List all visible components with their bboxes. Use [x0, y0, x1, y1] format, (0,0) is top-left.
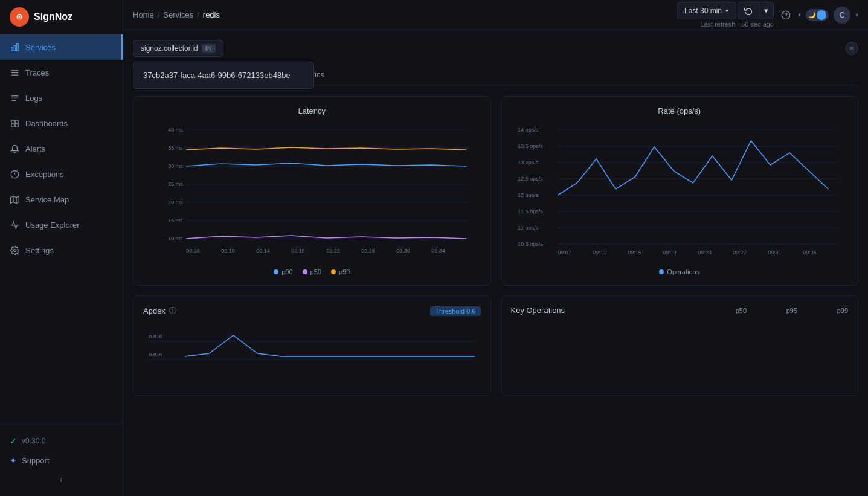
svg-point-21: [13, 249, 16, 251]
legend-p50: p50: [303, 268, 321, 275]
theme-toggle[interactable]: 🌙: [806, 9, 829, 21]
svg-text:12 ops/s: 12 ops/s: [518, 192, 539, 198]
svg-text:25 ms: 25 ms: [168, 181, 183, 187]
dashboards-icon: [10, 118, 19, 128]
sidebar-item-logs-label: Logs: [25, 94, 42, 103]
apdex-card-header: Apdex ⓘ Threshold 0.6: [143, 306, 481, 316]
latency-chart-svg: 40 ms 35 ms 30 ms 25 ms 20 ms 15 ms 10 m…: [143, 123, 481, 262]
breadcrumb: Home / Services / redis: [133, 10, 220, 19]
last-refresh-label: Last refresh - 50 sec ago: [700, 21, 774, 28]
svg-text:11 ops/s: 11 ops/s: [518, 225, 539, 231]
svg-text:09:18: 09:18: [291, 248, 305, 254]
key-ops-header: Key Operations p50 p95 p99: [511, 306, 849, 315]
collapse-icon: ‹: [60, 475, 62, 484]
apdex-threshold: Threshold 0.6: [430, 306, 480, 316]
sidebar-item-services[interactable]: Services: [0, 34, 123, 60]
version-icon: ✓: [10, 436, 17, 446]
bottom-charts-grid: Apdex ⓘ Threshold 0.6 0.816 0.815 Key Op…: [133, 295, 858, 396]
chevron-down-icon: ▾: [725, 7, 728, 14]
svg-text:09:22: 09:22: [326, 248, 340, 254]
refresh-dropdown-button[interactable]: ▾: [759, 2, 774, 19]
svg-text:09:30: 09:30: [396, 248, 410, 254]
breadcrumb-sep1: /: [158, 10, 160, 19]
time-selector[interactable]: Last 30 min ▾: [677, 2, 736, 19]
svg-text:10.5 ops/s: 10.5 ops/s: [518, 241, 543, 247]
user-avatar[interactable]: C: [834, 7, 850, 24]
sidebar-item-usage-label: Usage Explorer: [25, 221, 80, 230]
key-ops-col-p50: p50: [710, 307, 747, 314]
svg-rect-12: [15, 120, 18, 123]
main-content: Home / Services / redis Last 30 min ▾ ▾ …: [123, 0, 868, 496]
sidebar-item-exceptions[interactable]: Exceptions: [0, 161, 123, 187]
sidebar-item-settings-label: Settings: [25, 246, 54, 255]
suggestion-value[interactable]: 37cb2a37-faca-4aa6-99b6-672133eb48be: [138, 67, 309, 83]
sidebar-item-services-label: Services: [25, 43, 56, 52]
sidebar-item-service-map[interactable]: Service Map: [0, 187, 123, 212]
chevron-down-icon-help: ▾: [798, 11, 801, 18]
version-item: ✓ v0.30.0: [0, 431, 123, 451]
latency-chart-legend: p90 p50 p99: [143, 268, 481, 275]
theme-dot: [817, 10, 826, 20]
sidebar-item-logs[interactable]: Logs: [0, 85, 123, 111]
breadcrumb-services[interactable]: Services: [163, 10, 193, 19]
svg-text:35 ms: 35 ms: [168, 145, 183, 151]
svg-text:30 ms: 30 ms: [168, 163, 183, 169]
bell-icon: [10, 144, 19, 153]
svg-text:09:11: 09:11: [593, 250, 606, 256]
svg-marker-18: [10, 196, 19, 204]
refresh-button[interactable]: [738, 2, 759, 19]
svg-text:09:23: 09:23: [698, 250, 712, 256]
filter-key: signoz.collector.id: [141, 44, 198, 53]
svg-text:15 ms: 15 ms: [168, 217, 183, 224]
svg-text:11.5 ops/s: 11.5 ops/s: [518, 208, 543, 214]
sidebar-item-settings[interactable]: Settings: [0, 237, 123, 263]
svg-text:09:35: 09:35: [803, 250, 817, 256]
svg-text:09:26: 09:26: [361, 248, 375, 254]
rate-chart-svg: 14 ops/s 13.5 ops/s 13 ops/s 12.5 ops/s …: [511, 123, 849, 262]
legend-operations: Operations: [659, 268, 699, 275]
svg-point-1: [19, 16, 21, 18]
svg-rect-2: [11, 47, 13, 51]
svg-text:13.5 ops/s: 13.5 ops/s: [518, 143, 543, 149]
sidebar-item-service-map-label: Service Map: [25, 195, 69, 204]
moon-icon: 🌙: [808, 11, 815, 18]
apdex-info-icon[interactable]: ⓘ: [169, 306, 176, 316]
sidebar: SignNoz Services Traces Logs Dashboards …: [0, 0, 123, 496]
filter-operator: IN: [202, 44, 216, 53]
svg-text:13 ops/s: 13 ops/s: [518, 159, 539, 166]
svg-text:0.816: 0.816: [149, 333, 162, 340]
sidebar-item-alerts[interactable]: Alerts: [0, 136, 123, 161]
sidebar-item-traces[interactable]: Traces: [0, 60, 123, 85]
apdex-chart-card: Apdex ⓘ Threshold 0.6 0.816 0.815: [133, 295, 491, 396]
breadcrumb-sep2: /: [197, 10, 199, 19]
logo-text: SignNoz: [34, 11, 72, 22]
topbar-right: Last 30 min ▾ ▾ Last refresh - 50 sec ag…: [677, 2, 858, 28]
support-label: Support: [22, 456, 50, 465]
sidebar-item-usage-explorer[interactable]: Usage Explorer: [0, 212, 123, 237]
filter-bar: signoz.collector.id IN 37cb2a37-faca-4aa…: [133, 40, 858, 57]
svg-text:09:15: 09:15: [628, 250, 641, 256]
svg-text:09:14: 09:14: [256, 248, 270, 254]
collapse-sidebar-button[interactable]: ‹: [0, 470, 123, 489]
svg-text:09:31: 09:31: [768, 250, 782, 256]
svg-rect-13: [11, 124, 14, 127]
map-icon: [10, 195, 19, 204]
filter-tag[interactable]: signoz.collector.id IN: [133, 40, 223, 57]
breadcrumb-home[interactable]: Home: [133, 10, 154, 19]
sidebar-item-dashboards[interactable]: Dashboards: [0, 111, 123, 136]
support-item[interactable]: ✦ Support: [0, 451, 123, 470]
filter-suggestion-dropdown[interactable]: 37cb2a37-faca-4aa6-99b6-672133eb48be: [133, 62, 314, 89]
breadcrumb-current: redis: [203, 10, 220, 19]
legend-dot-operations: [659, 269, 664, 274]
bar-chart-icon: [10, 42, 19, 52]
legend-dot-p99: [331, 269, 336, 274]
charts-grid: Latency 40 ms 35 ms 30 ms 25 ms 20 ms 15…: [133, 96, 858, 286]
help-button[interactable]: [779, 8, 793, 22]
rate-chart-card: Rate (ops/s) 14 ops/s 13.5 ops/s 13 ops/…: [501, 96, 859, 286]
filter-clear-button[interactable]: ×: [845, 42, 858, 55]
svg-text:10 ms: 10 ms: [168, 236, 183, 242]
svg-rect-14: [15, 124, 18, 127]
rate-chart-container: 14 ops/s 13.5 ops/s 13 ops/s 12.5 ops/s …: [511, 123, 849, 263]
chevron-down-icon-user: ▾: [855, 11, 858, 18]
svg-text:40 ms: 40 ms: [168, 127, 183, 133]
